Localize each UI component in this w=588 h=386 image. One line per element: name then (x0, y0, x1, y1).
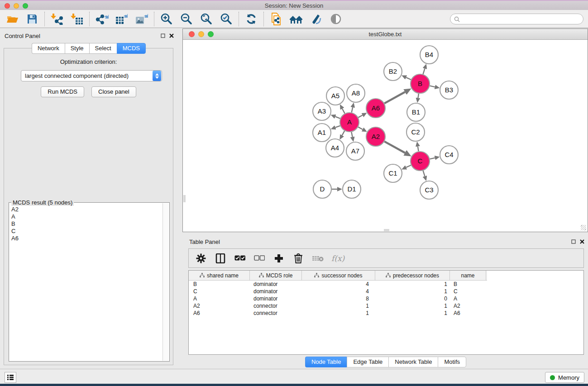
graph-node-A2[interactable]: A2 (366, 127, 385, 146)
table-header-row[interactable]: shared nameMCDS rolesuccessor nodesprede… (189, 271, 487, 281)
table-row[interactable]: Cdominator41C (189, 288, 583, 295)
column-header[interactable]: predecessor nodes (375, 271, 450, 280)
zoom-window-button[interactable] (23, 3, 28, 9)
import-network-button[interactable] (49, 12, 65, 26)
network-zoom-button[interactable] (208, 31, 214, 37)
search-field[interactable] (450, 14, 583, 24)
graph-node-A3[interactable]: A3 (313, 102, 331, 120)
close-panel-icon[interactable] (169, 33, 174, 38)
table-cell-shared_name[interactable]: B (189, 281, 250, 287)
table-cell-shared_name[interactable]: A6 (189, 310, 250, 316)
graph-node-B3[interactable]: B3 (440, 81, 458, 99)
tab-select[interactable]: Select (89, 43, 117, 54)
graph-edge-B-B2[interactable] (406, 77, 411, 80)
deselect-all-button[interactable] (253, 253, 265, 264)
graph-edge-A-A2[interactable] (358, 127, 363, 129)
table-cell-mcds_role[interactable]: connector (250, 303, 302, 309)
graph-node-A5[interactable]: A5 (326, 87, 344, 105)
table-cell-predecessors[interactable]: 1 (375, 310, 450, 316)
hide-graphics-details-button[interactable] (308, 12, 324, 26)
graph-edge-A-A4[interactable] (342, 131, 345, 135)
run-mcds-button[interactable]: Run MCDS (41, 86, 84, 97)
network-minimize-button[interactable] (198, 31, 204, 37)
table-cell-shared_name[interactable]: A (189, 295, 250, 302)
table-cell-mcds_role[interactable]: dominator (250, 288, 302, 295)
float-panel-icon[interactable] (161, 33, 165, 38)
open-file-button[interactable] (5, 12, 20, 26)
close-panel-button[interactable]: Close panel (91, 86, 136, 97)
save-session-button[interactable] (24, 12, 40, 26)
graph-node-A[interactable]: A (340, 113, 359, 132)
network-canvas[interactable]: B4B2BB3A8A5A6A3B1AA1C2A2A4A7C4CC1C3DD1 (183, 40, 587, 231)
refresh-button[interactable] (244, 12, 259, 26)
table-cell-successors[interactable]: 1 (302, 310, 375, 316)
memory-button[interactable]: Memory (545, 372, 584, 383)
zoom-out-button[interactable] (179, 12, 194, 26)
table-row[interactable]: A6connector11A6 (189, 310, 583, 317)
table-cell-predecessors[interactable]: 1 (375, 281, 450, 287)
graph-edge-A6-B[interactable] (384, 92, 405, 103)
show-view-button[interactable] (328, 12, 344, 26)
home-button[interactable] (288, 12, 304, 26)
search-input[interactable] (462, 16, 579, 22)
close-window-button[interactable] (5, 3, 10, 9)
tab-edge-table[interactable]: Edge Table (347, 357, 388, 367)
graph-node-B2[interactable]: B2 (384, 62, 402, 81)
table-options-button[interactable] (195, 253, 207, 264)
table-cell-mcds_role[interactable]: dominator (250, 281, 302, 287)
table-row[interactable]: Bdominator41B (189, 281, 583, 288)
tab-network-table[interactable]: Network Table (388, 357, 438, 367)
graph-node-A8[interactable]: A8 (347, 84, 365, 102)
export-image-button[interactable] (134, 12, 149, 26)
table-cell-name[interactable]: B (450, 281, 486, 287)
column-header[interactable]: successor nodes (302, 271, 375, 280)
graph-edge-A2-C[interactable] (384, 142, 405, 153)
graph-edge-A-A5[interactable] (342, 109, 345, 113)
table-cell-successors[interactable]: 4 (302, 281, 375, 287)
table-cell-shared_name[interactable]: C (189, 288, 250, 295)
tab-style[interactable]: Style (65, 43, 89, 54)
column-header[interactable]: shared name (189, 271, 250, 280)
tab-node-table[interactable]: Node Table (305, 357, 347, 367)
table-cell-successors[interactable]: 1 (302, 303, 375, 309)
add-column-button[interactable] (273, 253, 285, 264)
tab-mcds[interactable]: MCDS (117, 43, 146, 54)
graph-node-D[interactable]: D (313, 180, 331, 198)
table-row[interactable]: Adominator80A (189, 295, 583, 302)
export-table-button[interactable] (114, 12, 129, 26)
table-cell-name[interactable]: C (450, 288, 486, 295)
graph-node-A6[interactable]: A6 (366, 99, 385, 118)
graph-node-B4[interactable]: B4 (420, 46, 438, 64)
graph-node-C3[interactable]: C3 (420, 181, 438, 199)
graph-node-C1[interactable]: C1 (384, 164, 402, 182)
table-cell-predecessors[interactable]: 1 (375, 303, 450, 309)
table-cell-predecessors[interactable]: 0 (375, 295, 450, 302)
task-history-button[interactable] (5, 372, 16, 383)
mcds-result-item[interactable]: B (11, 220, 160, 228)
graph-node-B1[interactable]: B1 (407, 103, 425, 121)
network-graph[interactable]: B4B2BB3A8A5A6A3B1AA1C2A2A4A7C4CC1C3DD1 (183, 40, 588, 232)
graph-node-A4[interactable]: A4 (326, 139, 344, 157)
graph-edge-C-C3[interactable] (423, 171, 425, 176)
table-body[interactable]: Bdominator41BCdominator41CAdominator80AA… (189, 281, 583, 317)
criterion-select[interactable]: largest connected component (directed) (21, 70, 162, 81)
table-cell-name[interactable]: A6 (450, 310, 486, 316)
mcds-result-item[interactable]: C (11, 228, 160, 235)
graph-edge-B-B4[interactable] (423, 69, 425, 74)
float-panel-icon[interactable] (571, 239, 576, 244)
tab-motifs[interactable]: Motifs (438, 357, 466, 367)
tab-network[interactable]: Network (32, 43, 65, 54)
graph-node-C2[interactable]: C2 (406, 123, 425, 141)
zoom-selected-button[interactable] (219, 12, 234, 26)
zoom-fit-button[interactable] (199, 12, 214, 26)
zoom-in-button[interactable] (159, 12, 174, 26)
graph-node-C4[interactable]: C4 (440, 146, 458, 164)
graph-node-A1[interactable]: A1 (313, 124, 331, 142)
mcds-result-item[interactable]: A2 (11, 206, 160, 213)
table-cell-successors[interactable]: 8 (302, 295, 375, 302)
graph-edge-A-A8[interactable] (352, 107, 353, 112)
graph-edge-B-B1[interactable] (418, 94, 419, 98)
graph-edge-A-A3[interactable] (335, 117, 340, 119)
column-header[interactable]: name (450, 271, 486, 280)
mcds-result-scrollbar[interactable] (163, 203, 169, 361)
